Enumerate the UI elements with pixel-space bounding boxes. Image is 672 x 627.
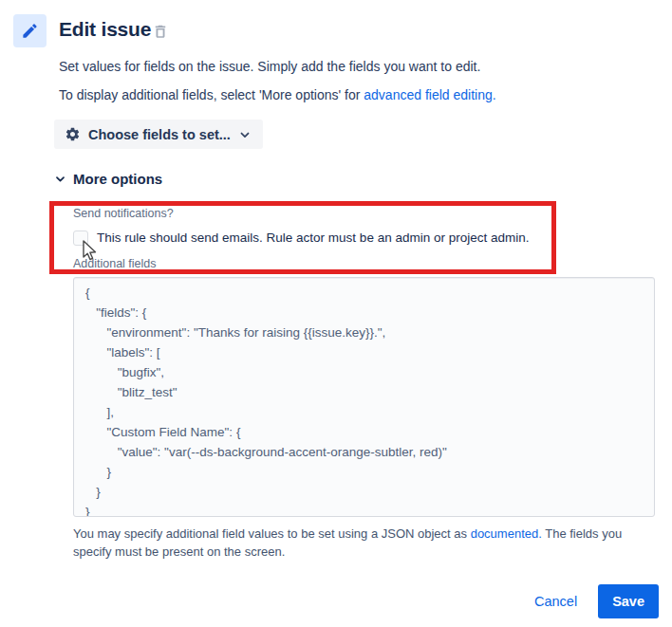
cancel-button[interactable]: Cancel: [534, 594, 577, 609]
additional-fields-json-input[interactable]: { "fields": { "environment": "Thanks for…: [73, 277, 655, 517]
additional-fields-label: Additional fields: [73, 257, 157, 270]
action-icon-tile: [13, 14, 47, 47]
help-text-prefix: You may specify additional field values …: [73, 526, 471, 541]
choose-fields-button-label: Choose fields to set...: [88, 127, 231, 142]
description-line-1: Set values for fields on the issue. Simp…: [59, 59, 480, 74]
delete-action-button[interactable]: [152, 23, 169, 40]
send-emails-checkbox[interactable]: [73, 231, 88, 246]
chevron-down-icon: [54, 173, 66, 185]
edit-issue-panel: Edit issue Set values for fields on the …: [0, 0, 672, 627]
choose-fields-button[interactable]: Choose fields to set...: [54, 120, 263, 149]
send-emails-checkbox-label[interactable]: This rule should send emails. Rule actor…: [97, 230, 529, 247]
additional-fields-help-text: You may specify additional field values …: [73, 525, 659, 561]
more-options-label: More options: [73, 171, 162, 187]
trash-icon: [152, 23, 169, 40]
advanced-field-editing-link[interactable]: advanced field editing.: [364, 87, 495, 102]
footer-actions: Cancel Save: [0, 584, 659, 618]
more-options-toggle[interactable]: More options: [54, 171, 162, 187]
documented-link[interactable]: documented.: [471, 526, 542, 541]
send-notifications-label: Send notifications?: [73, 207, 174, 220]
additional-fields-json-value: { "fields": { "environment": "Thanks for…: [74, 278, 654, 517]
pencil-icon: [21, 22, 39, 40]
save-button[interactable]: Save: [598, 584, 659, 618]
description-line-2-text: To display additional fields, select 'Mo…: [59, 87, 364, 102]
send-emails-option: This rule should send emails. Rule actor…: [73, 230, 529, 247]
description-line-2: To display additional fields, select 'Mo…: [59, 87, 496, 102]
page-title: Edit issue: [59, 18, 151, 41]
gear-icon: [65, 126, 81, 142]
chevron-down-icon: [238, 128, 252, 141]
